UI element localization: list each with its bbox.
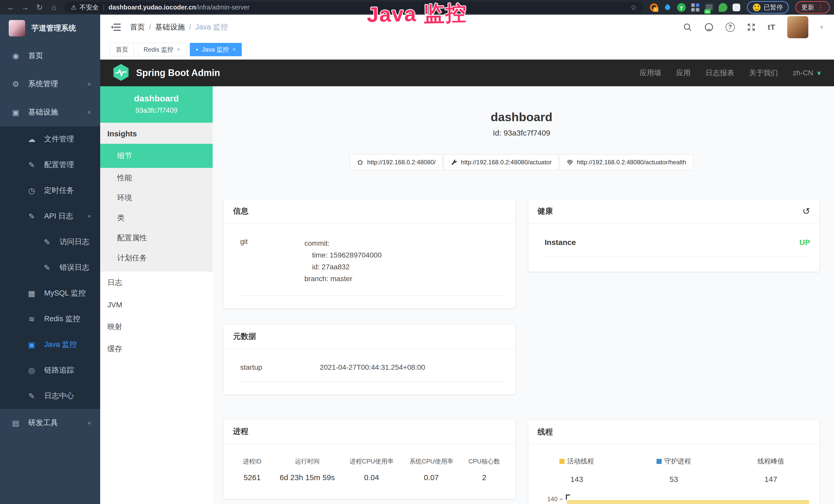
briefcase-icon: ▤ — [11, 418, 21, 428]
extensions-area: 1 y on 已暂停 更新 ⋮ — [650, 1, 830, 14]
process-col-syscpu: 系统CPU使用率 — [401, 457, 461, 465]
chevron-down-icon: ∨ — [87, 420, 91, 426]
sidebar-item-error-logs[interactable]: ✎ 错误日志 — [0, 255, 100, 280]
instance-name: dashboard — [100, 93, 213, 104]
browser-home-icon[interactable]: ⌂ — [47, 3, 61, 12]
sidebar-item-system-management[interactable]: ⚙ 系统管理 ∨ — [0, 70, 100, 98]
breadcrumb-separator: / — [189, 23, 191, 31]
search-icon[interactable] — [683, 23, 692, 32]
extension-on-icon[interactable]: on — [705, 3, 714, 12]
breadcrumb: 首页 / 基础设施 / Java 监控 — [130, 22, 228, 32]
live-threads-label: 活动线程 — [567, 457, 594, 466]
instance-menu-jvm[interactable]: JVM — [100, 294, 213, 316]
extension-y-icon[interactable]: y — [677, 3, 686, 12]
instance-menu-classes[interactable]: 类 — [100, 208, 213, 228]
instance-menu-config-props[interactable]: 配置属性 — [100, 228, 213, 248]
tab-redis-monitor[interactable]: Redis 监控 × — [138, 43, 186, 56]
breadcrumb-separator: / — [149, 23, 151, 31]
sba-nav-journal[interactable]: 日志报表 — [706, 68, 734, 78]
extension-pin-icon[interactable] — [663, 3, 672, 12]
instance-menu-scheduled-tasks[interactable]: 计划任务 — [100, 248, 213, 268]
metadata-card-title: 元数据 — [233, 331, 256, 342]
instance-menu-performance[interactable]: 性能 — [100, 168, 213, 188]
instance-links-row: http://192.168.0.2:48080/ http://192.168… — [223, 154, 820, 170]
sba-nav-wallboard[interactable]: 应用墙 — [640, 68, 661, 78]
extension-orange-icon[interactable]: 1 — [650, 3, 658, 12]
browser-back-icon[interactable]: ← — [4, 3, 18, 12]
emoji-face-icon — [753, 4, 761, 11]
sidebar-item-home[interactable]: ◉ 首页 — [0, 42, 100, 70]
extension-grid-icon[interactable] — [691, 3, 700, 12]
process-col-cores: CPU核心数 — [461, 457, 507, 465]
sidebar-item-redis-monitor[interactable]: ≋ Redis 监控 — [0, 306, 100, 332]
app-title: 芋道管理系统 — [31, 23, 76, 33]
extension-badge: 1 — [653, 7, 658, 12]
instance-menu-environment[interactable]: 环境 — [100, 188, 213, 208]
instance-menu-logs[interactable]: 日志 — [100, 272, 213, 294]
sidebar-item-file-management[interactable]: ☁ 文件管理 — [0, 126, 100, 152]
breadcrumb-infrastructure[interactable]: 基础设施 — [155, 22, 185, 32]
live-threads-legend-swatch — [559, 459, 565, 464]
address-bar[interactable]: ⚠ 不安全 dashboard.yudao.iocoder.cn /infra/… — [64, 2, 644, 13]
sidebar-collapse-icon[interactable] — [111, 23, 121, 31]
fullscreen-icon[interactable] — [747, 23, 756, 32]
sidebar-item-api-logs[interactable]: ✎ API 日志 ∧ — [0, 203, 100, 229]
actuator-url-button[interactable]: http://192.168.0.2:48080/actuator — [444, 154, 559, 170]
chevron-up-icon: ∧ — [87, 110, 91, 115]
browser-update-button[interactable]: 更新 ⋮ — [795, 1, 830, 14]
bookmark-star-icon[interactable]: ☆ — [630, 3, 637, 12]
sba-logo-icon — [112, 63, 129, 83]
avatar-caret-icon[interactable]: ▾ — [820, 24, 823, 31]
health-url-button[interactable]: http://192.168.0.2:48080/actuator/health — [560, 154, 693, 170]
paused-profile-button[interactable]: 已暂停 — [747, 1, 789, 14]
instance-health-row: Instance UP — [545, 238, 810, 256]
health-url-label: http://192.168.0.2:48080/actuator/health — [577, 159, 686, 166]
process-cpu-value: 0.04 — [342, 473, 401, 482]
sba-nav-applications[interactable]: 应用 — [676, 68, 691, 78]
instance-id: 93a3fc7f7409 — [100, 107, 213, 115]
browser-forward-icon[interactable]: → — [19, 3, 32, 12]
tab-home[interactable]: 首页 — [110, 43, 134, 56]
sidebar-item-label: 日志中心 — [44, 391, 74, 401]
process-col-pid: 进程ID — [232, 457, 273, 465]
sidebar-item-trace[interactable]: ◎ 链路追踪 — [0, 358, 100, 383]
browser-reload-icon[interactable]: ↻ — [33, 3, 46, 12]
sidebar-item-dev-tools[interactable]: ▤ 研发工具 ∨ — [0, 409, 100, 437]
service-url-button[interactable]: http://192.168.0.2:48080/ — [350, 154, 443, 170]
startup-row: startup 2021-04-27T00:44:31.254+08:00 — [240, 363, 506, 382]
tab-close-icon[interactable]: × — [233, 46, 236, 53]
sidebar-item-config-management[interactable]: ✎ 配置管理 — [0, 152, 100, 178]
edit-icon: ✎ — [27, 392, 37, 400]
sidebar-item-access-logs[interactable]: ✎ 访问日志 — [0, 229, 100, 255]
sidebar-item-log-center[interactable]: ✎ 日志中心 — [0, 383, 100, 409]
breadcrumb-home[interactable]: 首页 — [130, 22, 145, 32]
insights-section: Insights 细节 性能 环境 类 配置属性 计划任务 — [100, 123, 213, 272]
peak-threads-label: 线程峰值 — [758, 457, 784, 466]
process-pid-value: 5261 — [232, 473, 273, 482]
git-time-line: time: 1596289704000 — [304, 249, 382, 261]
sidebar-item-scheduled-tasks[interactable]: ◷ 定时任务 — [0, 178, 100, 203]
app-header: 首页 / 基础设施 / Java 监控 ? tT ▾ — [100, 15, 834, 40]
user-avatar[interactable] — [787, 16, 808, 38]
tab-java-monitor[interactable]: ● Java 监控 × — [190, 43, 242, 56]
edit-icon: ✎ — [27, 160, 37, 169]
help-icon[interactable]: ? — [726, 23, 735, 32]
github-icon[interactable] — [704, 22, 714, 32]
instance-menu-mappings[interactable]: 映射 — [100, 316, 213, 338]
sidebar-item-java-monitor[interactable]: ▣ Java 监控 — [0, 332, 100, 358]
sidebar-item-mysql-monitor[interactable]: ▦ MySQL 监控 — [0, 280, 100, 306]
status-badge: UP — [799, 238, 810, 247]
sba-nav-about[interactable]: 关于我们 — [749, 68, 778, 78]
sidebar-item-infrastructure[interactable]: ▣ 基础设施 ∧ — [0, 98, 100, 126]
extension-sprout-icon[interactable] — [719, 3, 727, 12]
font-size-icon[interactable]: tT — [768, 23, 775, 31]
instance-sidebar: dashboard 93a3fc7f7409 Insights 细节 性能 环境… — [100, 86, 213, 504]
language-selector[interactable]: zh-CN ∨ — [793, 69, 822, 77]
history-icon[interactable]: ↺ — [803, 207, 810, 216]
extensions-puzzle-icon[interactable] — [732, 4, 740, 11]
process-table-header: 进程ID 运行时间 进程CPU使用率 系统CPU使用率 CPU核心数 — [224, 457, 515, 465]
instance-menu-caches[interactable]: 缓存 — [100, 338, 213, 360]
instance-menu-details[interactable]: 细节 — [100, 144, 213, 168]
browser-menu-icon[interactable]: ⋮ — [817, 3, 824, 11]
tab-close-icon[interactable]: × — [177, 46, 180, 53]
